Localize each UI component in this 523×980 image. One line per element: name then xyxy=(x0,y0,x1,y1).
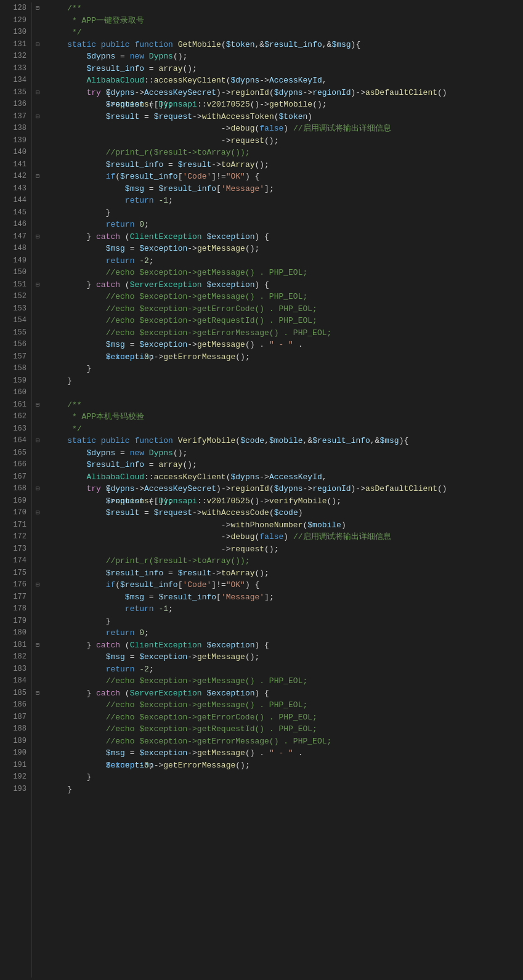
fold-159 xyxy=(32,375,43,387)
fold-193 xyxy=(32,784,43,796)
code-line-189: //echo $exception->getErrorMessage() . P… xyxy=(48,735,523,748)
ln-157: 157 xyxy=(5,351,26,363)
ln-136: 136 xyxy=(5,99,26,111)
fold-144 xyxy=(32,195,43,207)
fold-166 xyxy=(32,459,43,471)
code-line-183: return -2; xyxy=(48,663,523,676)
fold-131[interactable]: ⊟ xyxy=(32,39,43,51)
code-line-192: } xyxy=(48,771,523,784)
fold-149 xyxy=(32,255,43,267)
fold-147[interactable]: ⊟ xyxy=(32,231,43,243)
fold-136 xyxy=(32,99,43,111)
ln-154: 154 xyxy=(5,315,26,327)
fold-141 xyxy=(32,159,43,171)
ln-188: 188 xyxy=(5,723,26,735)
fold-185[interactable]: ⊟ xyxy=(32,687,43,700)
ln-155: 155 xyxy=(5,327,26,339)
code-line-129: * APP一键登录取号 xyxy=(48,15,523,27)
code-line-149: return -2; xyxy=(48,255,523,267)
ln-162: 162 xyxy=(5,411,26,423)
code-line-152: //echo $exception->getMessage() . PHP_EO… xyxy=(48,291,523,303)
code-line-176: if($result_info['Code']!="OK") { xyxy=(48,579,523,591)
code-line-134: AlibabaCloud::accessKeyClient($dypns->Ac… xyxy=(48,75,523,87)
fold-172 xyxy=(32,531,43,543)
code-line-187: //echo $exception->getErrorCode() . PHP_… xyxy=(48,711,523,724)
code-line-167: AlibabaCloud::accessKeyClient($dypns->Ac… xyxy=(48,471,523,484)
code-line-170: $result = $request->withAccessCode($code… xyxy=(48,507,523,519)
code-line-162: * APP本机号码校验 xyxy=(48,411,523,423)
code-line-157: return -3; xyxy=(48,351,523,363)
code-line-156: $msg = $exception->getMessage() . " - " … xyxy=(48,339,523,351)
fold-146 xyxy=(32,219,43,231)
fold-151[interactable]: ⊟ xyxy=(32,279,43,291)
code-line-177: $msg = $result_info['Message']; xyxy=(48,591,523,604)
fold-137[interactable]: ⊟ xyxy=(32,111,43,123)
fold-132 xyxy=(32,51,43,63)
fold-135[interactable]: ⊟ xyxy=(32,87,43,99)
ln-158: 158 xyxy=(5,363,26,375)
fold-139 xyxy=(32,135,43,147)
fold-129 xyxy=(32,15,43,27)
code-line-146: return 0; xyxy=(48,219,523,231)
ln-146: 146 xyxy=(5,219,26,231)
ln-166: 166 xyxy=(5,459,26,471)
ln-148: 148 xyxy=(5,243,26,255)
ln-153: 153 xyxy=(5,303,26,315)
ln-161: 161 xyxy=(5,399,26,411)
ln-130: 130 xyxy=(5,26,26,39)
fold-179 xyxy=(32,615,43,628)
code-line-169: $request = Dypnsapi::v20170525()->verify… xyxy=(48,495,523,508)
code-line-184: //echo $exception->getMessage() . PHP_EO… xyxy=(48,675,523,687)
code-line-133: $result_info = array(); xyxy=(48,63,523,75)
code-line-140: //print_r($result->toArray()); xyxy=(48,147,523,159)
fold-134 xyxy=(32,75,43,87)
fold-157 xyxy=(32,351,43,363)
ln-142: 142 xyxy=(5,171,26,183)
fold-180 xyxy=(32,627,43,639)
fold-177 xyxy=(32,591,43,604)
code-line-186: //echo $exception->getMessage() . PHP_EO… xyxy=(48,699,523,711)
fold-128[interactable]: ⊟ xyxy=(32,2,43,15)
code-line-190: $msg = $exception->getMessage() . " - " … xyxy=(48,747,523,759)
fold-173 xyxy=(32,543,43,556)
code-line-174: //print_r($result->toArray()); xyxy=(48,555,523,567)
fold-158 xyxy=(32,363,43,375)
code-line-193: } xyxy=(48,784,523,796)
fold-163 xyxy=(32,423,43,435)
fold-174 xyxy=(32,555,43,567)
code-line-151: } catch (ServerException $exception) { xyxy=(48,279,523,291)
code-line-144: return -1; xyxy=(48,195,523,207)
ln-189: 189 xyxy=(5,735,26,748)
ln-150: 150 xyxy=(5,267,26,279)
ln-134: 134 xyxy=(5,75,26,87)
fold-138 xyxy=(32,123,43,135)
ln-177: 177 xyxy=(5,591,26,604)
fold-170[interactable]: ⊟ xyxy=(32,507,43,519)
fold-161[interactable]: ⊟ xyxy=(32,399,43,411)
fold-181[interactable]: ⊟ xyxy=(32,639,43,652)
ln-163: 163 xyxy=(5,423,26,435)
fold-indicators[interactable]: ⊟ ⊟ ⊟ ⊟ ⊟ ⊟ ⊟ ⊟ xyxy=(32,2,43,978)
fold-164[interactable]: ⊟ xyxy=(32,435,43,447)
fold-155 xyxy=(32,327,43,339)
fold-168[interactable]: ⊟ xyxy=(32,483,43,495)
code-line-153: //echo $exception->getErrorCode() . PHP_… xyxy=(48,303,523,315)
ln-180: 180 xyxy=(5,627,26,639)
fold-142[interactable]: ⊟ xyxy=(32,171,43,183)
ln-170: 170 xyxy=(5,507,26,519)
code-line-185: } catch (ServerException $exception) { xyxy=(48,687,523,700)
ln-191: 191 xyxy=(5,759,26,772)
ln-160: 160 xyxy=(5,387,26,399)
fold-189 xyxy=(32,735,43,748)
ln-179: 179 xyxy=(5,615,26,628)
fold-188 xyxy=(32,723,43,735)
code-line-173: ->request(); xyxy=(48,543,523,556)
fold-156 xyxy=(32,339,43,351)
ln-186: 186 xyxy=(5,699,26,711)
fold-171 xyxy=(32,519,43,532)
code-line-172: ->debug(false) //启用调试将输出详细信息 xyxy=(48,531,523,543)
fold-130 xyxy=(32,26,43,39)
ln-178: 178 xyxy=(5,603,26,615)
ln-164: 164 xyxy=(5,435,26,447)
fold-176[interactable]: ⊟ xyxy=(32,579,43,591)
